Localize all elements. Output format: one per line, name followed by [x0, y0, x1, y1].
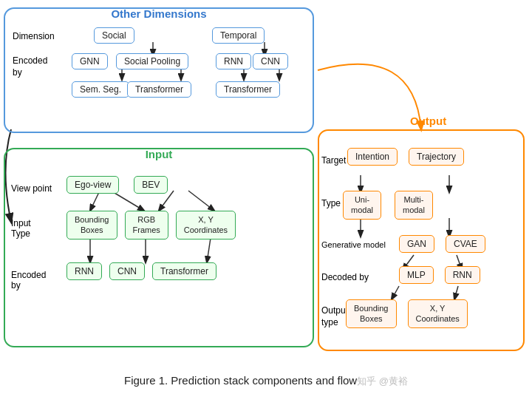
target-label: Target: [321, 155, 346, 166]
generative-model-label: Generative model: [321, 240, 386, 249]
type-label: Type: [321, 198, 341, 208]
input-type-row: BoundingBoxes RGBFrames X, YCoordinates: [66, 211, 236, 240]
output-type-label: Outputtype: [321, 305, 348, 328]
viewpoint-label: View point: [11, 183, 52, 194]
other-dimensions-box: Dimension Social Temporal Encodedby GNN …: [4, 7, 314, 133]
intention-box: Intention: [347, 148, 398, 166]
social-box: Social: [94, 27, 134, 44]
dimension-label: Dimension: [13, 31, 55, 41]
generative-row: GAN CVAE: [399, 235, 485, 253]
viewpoint-row: Ego-view BEV: [66, 176, 168, 194]
bounding-boxes-box: BoundingBoxes: [66, 211, 117, 240]
social-pooling-box: Social Pooling: [116, 53, 188, 69]
unimodal-box: Uni-modal: [343, 191, 381, 220]
temporal-box: Temporal: [212, 27, 265, 44]
ego-view-box: Ego-view: [66, 176, 119, 194]
inp-transformer-box: Transformer: [152, 262, 216, 280]
out-bounding-boxes-box: BoundingBoxes: [346, 299, 397, 328]
decoded-by-label: Decoded by: [321, 272, 369, 282]
input-type-label: InputType: [11, 218, 31, 240]
multimodal-box: Multi-modal: [395, 191, 433, 220]
watermark: 知乎 @黄裕: [357, 376, 408, 387]
out-xy-coordinates-box: X, YCoordinates: [408, 299, 468, 328]
type-row: Uni-modal Multi-modal: [343, 191, 433, 220]
rgb-frames-box: RGBFrames: [125, 211, 168, 240]
transformer-box2: Transformer: [216, 81, 280, 98]
caption-text: Figure 1. Prediction stack components an…: [124, 374, 357, 387]
input-title: Input: [4, 148, 314, 160]
cvae-box: CVAE: [446, 235, 485, 253]
gan-box: GAN: [399, 235, 434, 253]
xy-coordinates-box: X, YCoordinates: [176, 211, 236, 240]
inp-encoded-row: RNN CNN Transformer: [66, 262, 216, 280]
od-rnn-box: RNN: [216, 53, 251, 69]
figure-caption: Figure 1. Prediction stack components an…: [0, 374, 532, 388]
encoded-by-label: Encodedby: [13, 55, 47, 78]
decoded-row: MLP RNN: [399, 266, 480, 284]
output-type-row: BoundingBoxes X, YCoordinates: [346, 299, 468, 328]
bev-box: BEV: [134, 176, 168, 194]
sem-seg-box: Sem. Seg.: [72, 81, 129, 98]
trajectory-box: Trajectory: [409, 148, 464, 166]
inp-cnn-box: CNN: [109, 262, 145, 280]
gnn-box: GNN: [72, 53, 108, 69]
diagram: Other Dimensions Dimension Social Tempor…: [0, 0, 532, 362]
out-rnn-box: RNN: [445, 266, 480, 284]
mlp-box: MLP: [399, 266, 434, 284]
inp-rnn-box: RNN: [66, 262, 102, 280]
target-row: Intention Trajectory: [347, 148, 464, 166]
transformer-box1: Transformer: [127, 81, 191, 98]
output-title: Output: [410, 115, 446, 127]
od-cnn-box: CNN: [253, 53, 288, 69]
inp-encoded-label: Encodedby: [11, 270, 46, 291]
